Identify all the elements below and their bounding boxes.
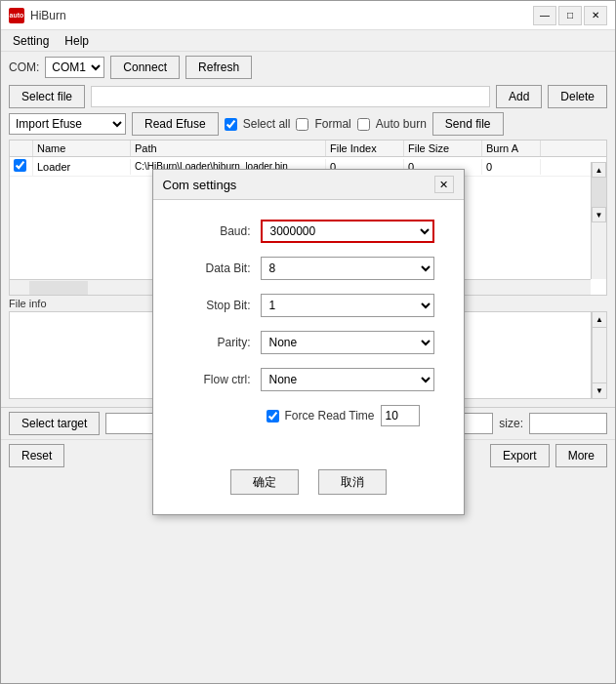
force-read-row: Force Read Time [183,405,434,426]
parity-row: Parity: None Odd Even [183,331,434,354]
force-read-input[interactable] [381,405,420,426]
data-bit-label: Data Bit: [183,262,261,275]
dialog-body: Baud: 3000000 115200 9600 Data Bit: 8 7 … [153,200,464,460]
stop-bit-row: Stop Bit: 1 1.5 2 [183,294,434,317]
com-settings-dialog: Com settings ✕ Baud: 3000000 115200 9600… [152,169,465,515]
baud-row: Baud: 3000000 115200 9600 [183,220,434,243]
cancel-button[interactable]: 取消 [318,469,387,495]
flow-ctrl-label: Flow ctrl: [183,373,261,386]
parity-select[interactable]: None Odd Even [261,331,434,354]
data-bit-select[interactable]: 8 7 6 5 [261,257,434,280]
force-read-checkbox[interactable] [267,410,279,422]
dialog-overlay: Com settings ✕ Baud: 3000000 115200 9600… [0,0,616,684]
stop-bit-label: Stop Bit: [183,299,261,312]
flow-ctrl-row: Flow ctrl: None Hardware Software [183,368,434,391]
dialog-close-button[interactable]: ✕ [434,176,454,193]
dialog-footer: 确定 取消 [153,460,464,514]
dialog-title-bar: Com settings ✕ [153,170,464,200]
flow-ctrl-select[interactable]: None Hardware Software [261,368,434,391]
stop-bit-select[interactable]: 1 1.5 2 [261,294,434,317]
baud-label: Baud: [183,224,261,238]
dialog-title: Com settings [163,178,237,192]
force-read-label: Force Read Time [285,409,375,422]
baud-select[interactable]: 3000000 115200 9600 [261,220,434,243]
parity-label: Parity: [183,336,261,349]
data-bit-row: Data Bit: 8 7 6 5 [183,257,434,280]
confirm-button[interactable]: 确定 [230,469,299,495]
